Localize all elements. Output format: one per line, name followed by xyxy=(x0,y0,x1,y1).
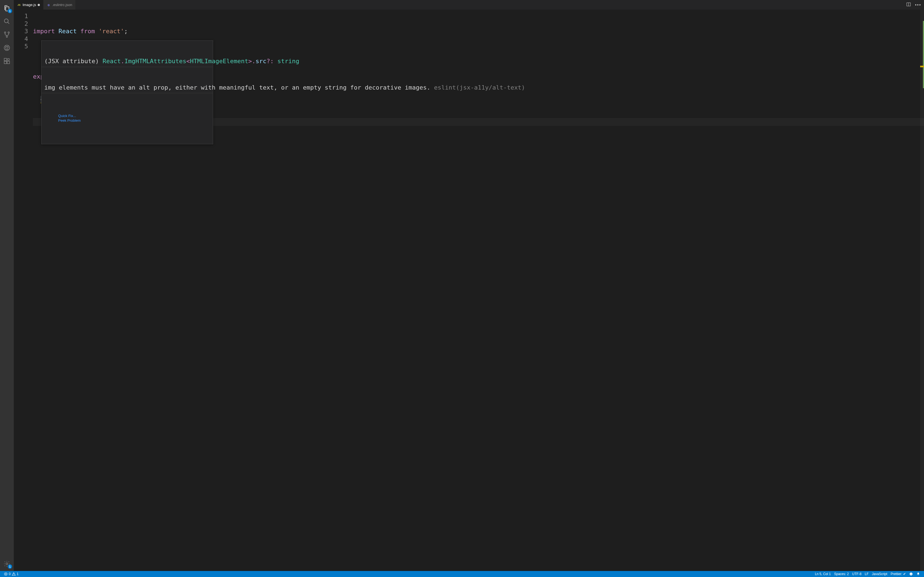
status-bar: 0 1 Ln 5, Col 1 Spaces: 2 UTF-8 LF JavaS… xyxy=(0,571,924,577)
line-number: 3 xyxy=(14,27,28,35)
warning-marker xyxy=(920,66,924,67)
eol-status[interactable]: LF xyxy=(863,572,871,576)
activity-bar: 1 1 xyxy=(0,0,14,571)
hover-tooltip: (JSX attribute) React.ImgHTMLAttributes<… xyxy=(41,40,213,144)
notifications-icon[interactable] xyxy=(915,572,922,576)
svg-rect-6 xyxy=(4,61,6,64)
hover-actions: Quick Fix... Peek Problem xyxy=(42,108,213,129)
settings-badge: 1 xyxy=(8,564,12,569)
modified-marker xyxy=(923,21,924,88)
code-token: from xyxy=(80,28,95,35)
editor-actions: ••• xyxy=(903,0,924,10)
prettier-status[interactable]: Prettier: ✔ xyxy=(889,572,908,576)
warning-count: 1 xyxy=(17,572,19,576)
encoding-status[interactable]: UTF-8 xyxy=(851,572,863,576)
modified-dot-icon xyxy=(38,4,40,6)
tab-image-js[interactable]: JS Image.js xyxy=(14,0,44,10)
line-number: 2 xyxy=(14,20,28,28)
source-control-icon[interactable] xyxy=(0,28,14,41)
svg-point-9 xyxy=(6,563,8,565)
settings-gear-icon[interactable]: 1 xyxy=(0,557,14,571)
line-number: 1 xyxy=(14,12,28,20)
code-token: 'react' xyxy=(99,28,124,35)
svg-point-12 xyxy=(910,572,913,575)
eslint-file-icon: ◎ xyxy=(47,3,51,7)
svg-rect-7 xyxy=(7,61,10,64)
extensions-icon[interactable] xyxy=(0,55,14,68)
tab-eslintrc[interactable]: ◎ .eslintrc.json xyxy=(44,0,76,10)
search-icon[interactable] xyxy=(0,15,14,28)
code-editor[interactable]: 1 2 3 4 5 import React from 'react'; exp… xyxy=(14,10,924,571)
more-actions-icon[interactable]: ••• xyxy=(915,2,921,7)
quick-fix-link[interactable]: Quick Fix... xyxy=(58,114,76,118)
debug-disabled-icon[interactable] xyxy=(0,41,14,55)
line-number-gutter: 1 2 3 4 5 xyxy=(14,10,33,571)
js-file-icon: JS xyxy=(17,3,21,7)
hover-problem-message: img elements must have an alt prop, eith… xyxy=(42,82,213,93)
feedback-icon[interactable] xyxy=(908,572,915,576)
scrollbar-thumb[interactable] xyxy=(920,10,924,571)
explorer-badge: 1 xyxy=(8,9,12,13)
hover-signature: (JSX attribute) React.ImgHTMLAttributes<… xyxy=(42,56,213,67)
indentation-status[interactable]: Spaces: 2 xyxy=(832,572,850,576)
overview-ruler[interactable] xyxy=(920,10,924,571)
svg-rect-5 xyxy=(4,58,6,61)
line-number: 5 xyxy=(14,43,28,50)
explorer-icon[interactable]: 1 xyxy=(0,2,14,15)
cursor-position[interactable]: Ln 5, Col 1 xyxy=(813,572,832,576)
svg-rect-8 xyxy=(7,58,9,60)
problems-status[interactable]: 0 1 xyxy=(2,571,20,577)
tab-bar: JS Image.js ◎ .eslintrc.json ••• xyxy=(14,0,924,10)
line-number: 4 xyxy=(14,35,28,43)
language-mode[interactable]: JavaScript xyxy=(871,572,889,576)
error-count: 0 xyxy=(9,572,11,576)
svg-point-1 xyxy=(5,32,6,33)
code-token: import xyxy=(33,28,55,35)
tab-label: Image.js xyxy=(23,3,36,7)
split-editor-icon[interactable] xyxy=(906,2,911,8)
code-token: ; xyxy=(124,28,128,35)
svg-point-0 xyxy=(5,19,8,23)
code-token: React xyxy=(58,28,77,35)
tab-label: .eslintrc.json xyxy=(52,3,72,7)
svg-point-2 xyxy=(8,32,9,33)
svg-point-3 xyxy=(6,36,8,37)
peek-problem-link[interactable]: Peek Problem xyxy=(58,118,81,122)
